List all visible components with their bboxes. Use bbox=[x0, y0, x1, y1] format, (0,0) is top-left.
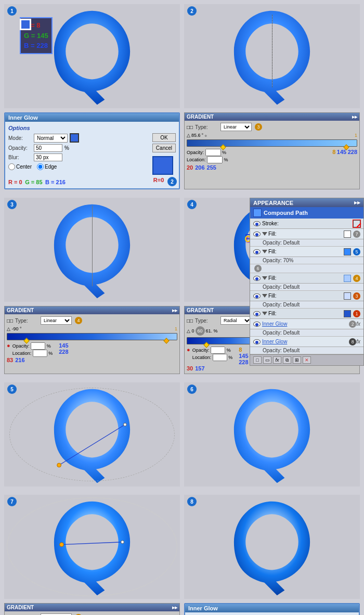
app-dup-icon[interactable]: ⧉ bbox=[283, 356, 291, 364]
step-4-number: 4 bbox=[187, 200, 197, 209]
gradient-type-2[interactable]: Linear bbox=[41, 316, 72, 325]
ok-button-1[interactable]: OK bbox=[152, 133, 176, 142]
opacity-default-4: Opacity: Default bbox=[250, 284, 363, 291]
mode-select[interactable]: Normal bbox=[34, 134, 68, 143]
appearance-title: APPEARANCE ▸▸ bbox=[250, 198, 363, 207]
step-5-number: 5 bbox=[7, 385, 17, 394]
stroke-swatch bbox=[353, 220, 360, 227]
badge-1-app: 1 bbox=[353, 310, 360, 317]
expand-fill-3[interactable] bbox=[262, 294, 267, 298]
opacity-default-ig2: Opacity: Default bbox=[250, 329, 363, 337]
appearance-bottom-bar: □ ▭ fx ⧉ ⊞ ✕ bbox=[250, 354, 363, 365]
eye-stroke bbox=[253, 221, 261, 226]
app-stroke-icon[interactable]: ▭ bbox=[263, 356, 271, 364]
tool-line bbox=[272, 15, 272, 87]
step-8-number: 8 bbox=[187, 497, 197, 506]
app-stroke-row: Stroke: bbox=[250, 219, 363, 229]
step-6-number: 6 bbox=[187, 385, 197, 394]
op-field-2[interactable] bbox=[31, 342, 45, 350]
expand-fill-1[interactable] bbox=[262, 312, 267, 315]
eye-fill-3 bbox=[253, 293, 261, 299]
blur-input[interactable] bbox=[34, 153, 62, 161]
appearance-panel: APPEARANCE ▸▸ Compound Path Stroke: Fill… bbox=[250, 198, 364, 366]
inner-glow-title-2: Inner Glow bbox=[185, 604, 359, 612]
app-del-icon[interactable]: ✕ bbox=[303, 356, 311, 364]
gradient-type-1[interactable]: Linear bbox=[220, 123, 252, 131]
opacity-label: Opacity: bbox=[8, 145, 32, 151]
step-2-cell: 2 bbox=[184, 4, 360, 108]
app-fill-3-row: Fill: 3 bbox=[250, 291, 363, 301]
step-3-number: 3 bbox=[7, 200, 17, 209]
loc-field-3[interactable] bbox=[213, 354, 227, 361]
q-path-8 bbox=[234, 501, 310, 595]
step-3-cell: 3 bbox=[4, 198, 180, 302]
tool-line-3 bbox=[92, 206, 93, 286]
edge-radio[interactable]: Edge bbox=[37, 163, 57, 170]
opacity-field[interactable] bbox=[205, 149, 221, 156]
step-7-cell: 7 bbox=[4, 495, 180, 599]
opacity-input[interactable] bbox=[34, 144, 62, 152]
step-8-cell: 8 bbox=[184, 495, 360, 599]
app-fill-5-row: Fill: 5 bbox=[250, 247, 363, 257]
row-2-dialogs: Inner Glow Options Mode: Normal Opacity:… bbox=[0, 112, 364, 194]
step-7-number: 7 bbox=[7, 497, 17, 506]
step-8-q-svg bbox=[225, 496, 319, 598]
blur-label: Blur: bbox=[8, 155, 32, 160]
badge-6: 6 bbox=[254, 265, 262, 272]
app-link-icon[interactable]: ⊞ bbox=[293, 356, 301, 364]
loc-field-2[interactable] bbox=[33, 350, 47, 357]
step-6-cell: 6 bbox=[184, 382, 360, 486]
step-1-q-svg bbox=[45, 6, 139, 107]
expand-fill-7[interactable] bbox=[262, 232, 267, 236]
badge-4-app: 4 bbox=[353, 275, 360, 282]
gradient-panel-1: GRADIENT ▸▸ □□ Type: Linear 3 △ 85.6 ° ⬦… bbox=[184, 112, 360, 189]
inner-glow-dialog-1: Inner Glow Options Mode: Normal Opacity:… bbox=[4, 112, 180, 189]
app-add-icon[interactable]: □ bbox=[253, 356, 262, 364]
app-inner-glow-2-row: Inner Glow 2 fx bbox=[250, 319, 363, 329]
fill-5-swatch bbox=[344, 248, 351, 255]
badge-2: 2 bbox=[167, 177, 177, 186]
badge-2-app: 2 bbox=[349, 321, 356, 328]
gradient-title-4: GRADIENT ▸▸ bbox=[5, 604, 179, 611]
badge-5-app: 5 bbox=[353, 248, 360, 255]
badge-7: 7 bbox=[353, 230, 360, 238]
compound-path-header: Compound Path bbox=[250, 207, 363, 219]
step-6-q-svg bbox=[225, 384, 319, 485]
mode-color[interactable] bbox=[70, 133, 79, 143]
opacity-70: Opacity: 70% bbox=[250, 257, 363, 264]
eye-inner-glow bbox=[253, 339, 261, 344]
expand-fill-4[interactable] bbox=[262, 276, 267, 280]
rgb-b: B = 228 bbox=[24, 41, 48, 51]
eye-fill-5 bbox=[253, 249, 261, 254]
location-field[interactable] bbox=[207, 156, 223, 163]
compound-icon bbox=[253, 209, 262, 217]
opacity-default-ig: Opacity: Default bbox=[250, 347, 363, 354]
app-fx-icon[interactable]: fx bbox=[273, 356, 281, 364]
op-field-3[interactable] bbox=[211, 347, 225, 354]
q-path-6 bbox=[234, 389, 310, 482]
row-7-bottom: GRADIENT ▸▸ □□ Type: Radial 7 △ 0 60 6% … bbox=[0, 603, 364, 615]
fill-3-swatch bbox=[344, 292, 351, 300]
row-1: 1 R = 8 G = 145 B = 228 2 bbox=[0, 0, 364, 112]
badge-3: 3 bbox=[255, 123, 262, 131]
fill-1-swatch bbox=[344, 310, 351, 317]
mode-label: Mode: bbox=[8, 135, 32, 141]
color-preview bbox=[20, 19, 31, 30]
step-5-cell: 5 bbox=[4, 382, 180, 486]
row-5: 5 6 bbox=[0, 378, 364, 491]
options-label-1: Options bbox=[8, 125, 176, 131]
gradient-bar-1 bbox=[187, 139, 357, 147]
gradient-type-3[interactable]: Radial bbox=[220, 316, 252, 325]
expand-fill-5[interactable] bbox=[262, 250, 267, 253]
gradient-title-2: GRADIENT ▸▸ bbox=[5, 306, 179, 314]
opacity-6-label: 6 bbox=[250, 264, 363, 273]
center-radio[interactable]: Center bbox=[8, 163, 32, 170]
gradient-panel-4: GRADIENT ▸▸ □□ Type: Radial 7 △ 0 60 6% … bbox=[4, 603, 180, 615]
app-fill-4-row: Fill: 4 bbox=[250, 273, 363, 284]
eye-fill-7 bbox=[253, 232, 261, 237]
opacity-default-3: Opacity: Default bbox=[250, 301, 363, 309]
cancel-button-1[interactable]: Cancel bbox=[152, 144, 176, 152]
fill-7-swatch bbox=[344, 230, 351, 238]
badge-3-app: 3 bbox=[353, 292, 360, 300]
fill-4-swatch bbox=[344, 275, 351, 282]
